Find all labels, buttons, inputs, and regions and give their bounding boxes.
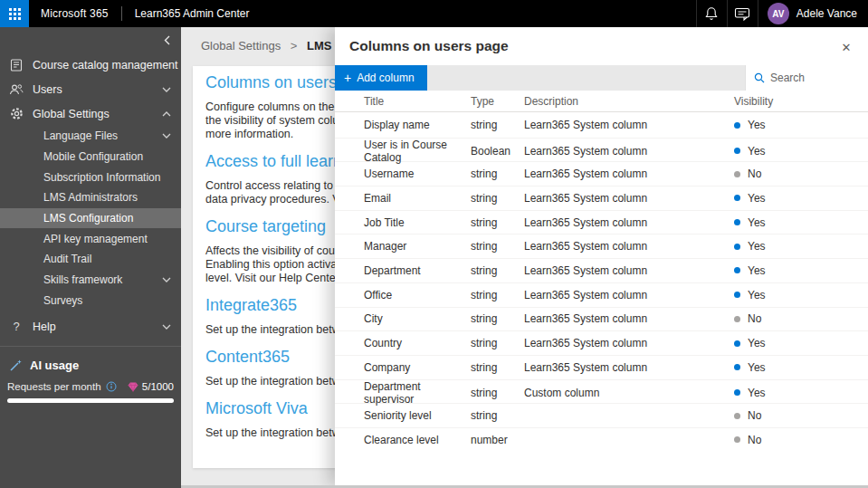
search-icon — [754, 72, 765, 83]
cell-visibility: Yes — [748, 289, 766, 301]
sidebar-item-label: Skills framework — [43, 273, 122, 286]
visibility-dot — [734, 389, 740, 396]
cell-visibility: Yes — [748, 192, 766, 205]
sidebar-item-audit-trail[interactable]: Audit Trail — [0, 249, 181, 270]
cell-type: string — [471, 167, 524, 180]
table-row[interactable]: Seniority level string No — [335, 403, 868, 427]
account-menu[interactable]: AV Adele Vance — [758, 0, 868, 27]
sidebar-collapse-button[interactable] — [0, 27, 181, 53]
help-icon: ? — [9, 320, 24, 333]
cell-title: Email — [364, 192, 471, 205]
column-header-visibility[interactable]: Visibility — [734, 95, 868, 108]
magic-wand-icon — [9, 359, 23, 372]
app-launcher-icon[interactable] — [0, 0, 29, 27]
sidebar-item-global-settings[interactable]: Global Settings — [0, 101, 181, 126]
notifications-bell-icon[interactable] — [696, 0, 727, 27]
table-row[interactable]: Job Title string Learn365 System column … — [335, 210, 868, 234]
sidebar-item-label: LMS Administrators — [43, 191, 138, 204]
sidebar-item-mobile-configuration[interactable]: Mobile Configuration — [0, 147, 181, 167]
visibility-dot — [734, 340, 740, 347]
sidebar-item-subscription-information[interactable]: Subscription Information — [0, 167, 181, 187]
users-icon — [9, 82, 24, 97]
cell-description: Learn365 System column — [524, 119, 734, 131]
column-header-type[interactable]: Type — [471, 95, 524, 108]
catalog-icon — [9, 58, 24, 72]
cell-description: Learn365 System column — [524, 264, 734, 277]
cell-visibility: No — [748, 167, 761, 180]
cell-visibility: Yes — [748, 119, 766, 131]
avatar[interactable]: AV — [768, 3, 789, 24]
add-column-button[interactable]: + Add column — [335, 65, 427, 91]
sidebar-item-users[interactable]: Users — [0, 77, 181, 101]
breadcrumb-separator-icon: > — [291, 39, 298, 53]
sidebar-item-label: Subscription Information — [43, 171, 160, 184]
table-row[interactable]: Clearance level number No — [335, 427, 868, 452]
sidebar-item-label: Audit Trail — [43, 253, 91, 265]
cell-type: string — [471, 119, 524, 131]
sidebar-item-surveys[interactable]: Surveys — [0, 291, 181, 311]
table-row[interactable]: User is in Course Catalog Boolean Learn3… — [335, 138, 868, 162]
top-bar: Microsoft 365 Learn365 Admin Center AV A… — [0, 0, 868, 27]
cell-title: User is in Course Catalog — [364, 139, 471, 164]
table-row[interactable]: Manager string Learn365 System column Ye… — [335, 234, 868, 258]
table-row[interactable]: City string Learn365 System column No — [335, 307, 868, 331]
gem-icon — [128, 382, 138, 392]
cell-description: Learn365 System column — [524, 337, 734, 349]
table-row[interactable]: Department supervisor string Custom colu… — [335, 379, 868, 404]
chevron-down-icon — [162, 324, 171, 330]
sidebar-item-lms-configuration[interactable]: LMS Configuration — [0, 208, 181, 229]
product-name[interactable]: Microsoft 365 — [41, 7, 109, 20]
cell-title: Display name — [364, 119, 471, 131]
topbar-divider — [121, 6, 122, 21]
cell-visibility: Yes — [748, 264, 766, 277]
sidebar-item-label: Course catalog management — [33, 59, 178, 72]
visibility-dot — [734, 195, 740, 201]
breadcrumb-parent[interactable]: Global Settings — [201, 39, 281, 53]
chevron-down-icon — [162, 277, 171, 282]
visibility-dot — [734, 436, 740, 443]
gear-icon — [9, 107, 24, 121]
search-input[interactable] — [770, 72, 861, 84]
feedback-chat-icon[interactable] — [727, 0, 758, 27]
cell-type: string — [471, 387, 524, 399]
app-title: Learn365 Admin Center — [135, 7, 250, 20]
table-row[interactable]: Department string Learn365 System column… — [335, 258, 868, 282]
sidebar-item-language-files[interactable]: Language Files — [0, 126, 181, 147]
cell-visibility: Yes — [748, 361, 766, 374]
ai-usage-count: 5/1000 — [142, 381, 174, 392]
cell-description: Learn365 System column — [524, 167, 734, 180]
cell-type: Boolean — [471, 145, 524, 158]
column-header-description[interactable]: Description — [524, 95, 734, 108]
cell-description: Custom column — [524, 387, 734, 399]
ai-usage-title: AI usage — [30, 359, 79, 372]
chevron-left-icon — [164, 35, 170, 45]
cell-description: Learn365 System column — [524, 240, 734, 253]
sidebar-item-course-catalog-management[interactable]: Course catalog management — [0, 53, 181, 77]
sidebar-item-skills-framework[interactable]: Skills framework — [0, 270, 181, 291]
cell-type: string — [471, 192, 524, 205]
table-row[interactable]: Office string Learn365 System column Yes — [335, 282, 868, 307]
table-row[interactable]: Country string Learn365 System column Ye… — [335, 330, 868, 355]
info-icon[interactable] — [106, 381, 117, 392]
sidebar-item-label: Global Settings — [33, 108, 110, 120]
sidebar-item-api-key-management[interactable]: API key management — [0, 228, 181, 249]
app-window: Microsoft 365 Learn365 Admin Center AV A… — [0, 0, 868, 488]
cell-visibility: No — [748, 312, 761, 325]
table-row[interactable]: Username string Learn365 System column N… — [335, 161, 868, 186]
table-row[interactable]: Email string Learn365 System column Yes — [335, 186, 868, 210]
toolbar-spacer — [427, 65, 745, 91]
cell-description: Learn365 System column — [524, 192, 734, 205]
table-row[interactable]: Company string Learn365 System column Ye… — [335, 355, 868, 379]
sidebar-item-help[interactable]: ? Help — [0, 314, 181, 339]
cell-description: Learn365 System column — [524, 216, 734, 229]
topbar-actions: AV Adele Vance — [696, 0, 868, 27]
close-icon[interactable]: ✕ — [835, 36, 857, 58]
cell-title: Office — [364, 289, 471, 301]
table-row[interactable]: Display name string Learn365 System colu… — [335, 113, 868, 138]
sidebar-item-lms-administrators[interactable]: LMS Administrators — [0, 187, 181, 208]
cell-type: string — [471, 240, 524, 253]
visibility-dot — [734, 267, 740, 273]
cell-title: Department supervisor — [364, 380, 471, 406]
column-header-title[interactable]: Title — [364, 95, 471, 108]
sidebar-item-label: Language Files — [43, 129, 118, 142]
